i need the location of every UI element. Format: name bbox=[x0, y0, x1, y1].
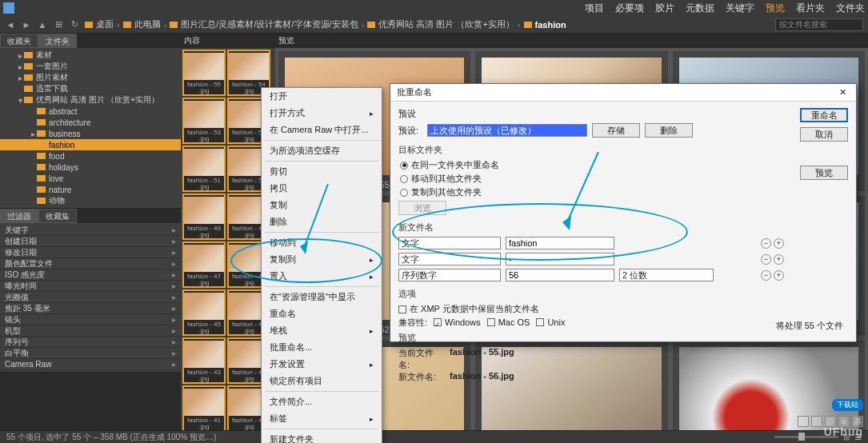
menu-item[interactable]: 打开 bbox=[262, 88, 382, 105]
filter-item[interactable]: 关键字▸ bbox=[0, 225, 181, 236]
breadcrumb-segment[interactable]: fashion bbox=[535, 20, 566, 30]
thumbnail[interactable]: fashion - 43 .jpg bbox=[182, 337, 226, 384]
tree-item[interactable]: nature bbox=[0, 184, 181, 195]
add-row-icon[interactable]: + bbox=[774, 270, 784, 281]
menu-item[interactable]: 复制 bbox=[262, 197, 382, 214]
thumbnail[interactable]: fashion - 49 .jpg bbox=[182, 194, 226, 240]
filter-item[interactable]: 修改日期▸ bbox=[0, 247, 181, 258]
rename-button[interactable]: 重命名 bbox=[800, 108, 848, 122]
tree-item[interactable]: fashion bbox=[0, 139, 181, 150]
tree-item[interactable]: 迅雷下载 bbox=[0, 83, 181, 94]
menu-item[interactable]: 锁定所有项目 bbox=[262, 373, 382, 389]
dialog-titlebar[interactable]: 批重命名 ✕ bbox=[390, 84, 856, 102]
name-part-type[interactable]: 序列数字 bbox=[398, 269, 501, 281]
xmp-checkbox[interactable] bbox=[398, 305, 406, 313]
remove-row-icon[interactable]: − bbox=[761, 238, 771, 249]
name-part-value[interactable] bbox=[506, 237, 614, 249]
name-part-value[interactable] bbox=[506, 253, 614, 265]
radio-option[interactable]: 移动到其他文件夹 bbox=[398, 173, 784, 185]
menubar-tab[interactable]: 看片夹 bbox=[796, 2, 825, 15]
menubar-tab[interactable]: 胶片 bbox=[655, 2, 674, 15]
tree-item[interactable]: 动物 bbox=[0, 195, 181, 206]
tree-item[interactable]: architecture bbox=[0, 117, 181, 128]
cancel-button[interactable]: 取消 bbox=[800, 127, 848, 142]
menu-item[interactable]: 开发设置▸ bbox=[262, 356, 382, 373]
filter-item[interactable]: 光圈值▸ bbox=[0, 292, 181, 303]
refresh-icon[interactable]: ↻ bbox=[69, 19, 80, 30]
menu-item[interactable]: 批重命名... bbox=[262, 339, 382, 356]
tree-item[interactable]: ▾优秀网站 高清 图片 （欣赏+实用） bbox=[0, 94, 181, 106]
menubar-tab[interactable]: 项目 bbox=[585, 2, 604, 15]
back-icon[interactable]: ◄ bbox=[5, 19, 16, 30]
thumbnail[interactable]: fashion - 51 .jpg bbox=[182, 146, 226, 192]
menu-item[interactable]: 打开方式▸ bbox=[262, 105, 382, 122]
filter-item[interactable]: 焦距 35 毫米▸ bbox=[0, 303, 181, 314]
breadcrumb-segment[interactable]: 优秀网站 高清 图片 （欣赏+实用） bbox=[378, 18, 514, 30]
menu-item[interactable]: 在"资源管理器"中显示 bbox=[262, 289, 382, 305]
radio-option[interactable]: 复制到其他文件夹 bbox=[398, 186, 784, 198]
breadcrumb[interactable]: 桌面›此电脑›图片汇总/灵感素材/设计素材/字体资源/安装包›优秀网站 高清 图… bbox=[85, 18, 566, 30]
float-icon[interactable]: ⎘ bbox=[811, 416, 822, 427]
compat-option[interactable]: Mac OS bbox=[487, 317, 530, 327]
filter-item[interactable]: 颜色配置文件▸ bbox=[0, 258, 181, 269]
menu-item[interactable]: 置入▸ bbox=[262, 268, 382, 285]
filter-item[interactable]: 创建日期▸ bbox=[0, 236, 181, 247]
tree-item[interactable]: ▸一套图片 bbox=[0, 61, 181, 72]
menu-item[interactable]: 复制到▸ bbox=[262, 251, 382, 268]
favorites-tab[interactable]: 收藏夹 bbox=[0, 34, 38, 48]
forward-icon[interactable]: ► bbox=[21, 19, 32, 30]
close-icon[interactable]: ✕ bbox=[835, 86, 850, 100]
add-row-icon[interactable]: + bbox=[774, 238, 784, 249]
remove-row-icon[interactable]: − bbox=[761, 270, 771, 281]
tree-item[interactable]: ▸business bbox=[0, 128, 181, 139]
menu-item[interactable]: 堆栈▸ bbox=[262, 322, 382, 339]
save-preset-button[interactable]: 存储 bbox=[592, 123, 640, 138]
tree-item[interactable]: ▸素材 bbox=[0, 50, 181, 61]
name-part-value[interactable] bbox=[506, 269, 614, 281]
search-input[interactable]: 按文件名搜索 bbox=[775, 18, 863, 31]
name-part-type[interactable]: 文字 bbox=[398, 253, 501, 265]
filter-item[interactable]: 序列号▸ bbox=[0, 337, 181, 348]
filter-item[interactable]: ISO 感光度▸ bbox=[0, 269, 181, 281]
thumbnail[interactable]: fashion - 45 .jpg bbox=[182, 289, 226, 336]
menubar-tab[interactable]: 必要项 bbox=[615, 2, 644, 15]
digits-select[interactable]: 2 位数 bbox=[619, 269, 714, 281]
menu-item[interactable]: 删除 bbox=[262, 214, 382, 230]
menu-item[interactable]: 新建文件夹 bbox=[262, 431, 382, 443]
menu-item[interactable]: 文件简介... bbox=[262, 393, 382, 410]
tree-item[interactable]: abstract bbox=[0, 106, 181, 117]
tree-item[interactable]: holidays bbox=[0, 162, 181, 173]
breadcrumb-segment[interactable]: 桌面 bbox=[96, 18, 114, 30]
remove-row-icon[interactable]: − bbox=[761, 254, 771, 265]
menubar-tab[interactable]: 元数据 bbox=[686, 2, 714, 15]
folders-tab[interactable]: 文件夹 bbox=[38, 34, 77, 48]
menu-item[interactable]: 重命名 bbox=[262, 305, 382, 322]
menu-item[interactable]: 剪切 bbox=[262, 163, 382, 180]
filter-item[interactable]: 镜头▸ bbox=[0, 314, 181, 325]
folder-tree[interactable]: ▸素材▸一套图片▸图片素材迅雷下载▾优秀网站 高清 图片 （欣赏+实用）abst… bbox=[0, 48, 181, 208]
filter-item[interactable]: Camera Raw▸ bbox=[0, 359, 181, 370]
radio-option[interactable]: 在同一文件夹中重命名 bbox=[398, 159, 784, 171]
preset-select[interactable]: 上次使用的预设（已修改） bbox=[427, 124, 587, 137]
reveal-icon[interactable]: ⊞ bbox=[53, 19, 64, 30]
filter-tab[interactable]: 过滤器 bbox=[0, 209, 38, 223]
filter-item[interactable]: 白平衡▸ bbox=[0, 348, 181, 359]
filter-item[interactable]: 曝光时间▸ bbox=[0, 281, 181, 292]
thumbnail[interactable]: fashion - 55 .jpg bbox=[182, 50, 226, 96]
menubar-tab[interactable]: 关键字 bbox=[726, 2, 754, 15]
tree-item[interactable]: love bbox=[0, 173, 181, 184]
delete-preset-button[interactable]: 删除 bbox=[645, 123, 693, 138]
thumbnail[interactable]: fashion - 53 .jpg bbox=[182, 98, 226, 144]
float-icon[interactable]: 中 bbox=[798, 416, 809, 427]
filter-item[interactable]: 机型▸ bbox=[0, 325, 181, 337]
menu-item[interactable]: 在 Camera Raw 中打开... bbox=[262, 122, 382, 138]
breadcrumb-segment[interactable]: 此电脑 bbox=[134, 18, 161, 30]
menu-item[interactable]: 标签▸ bbox=[262, 410, 382, 427]
collections-tab[interactable]: 收藏集 bbox=[38, 209, 77, 223]
menu-item[interactable]: 拷贝 bbox=[262, 180, 382, 197]
add-row-icon[interactable]: + bbox=[774, 254, 784, 265]
menubar-tab[interactable]: 预览 bbox=[766, 2, 785, 15]
breadcrumb-segment[interactable]: 图片汇总/灵感素材/设计素材/字体资源/安装包 bbox=[181, 18, 358, 30]
compat-option[interactable]: Unix bbox=[536, 317, 565, 327]
compat-option[interactable]: Windows bbox=[434, 317, 481, 327]
